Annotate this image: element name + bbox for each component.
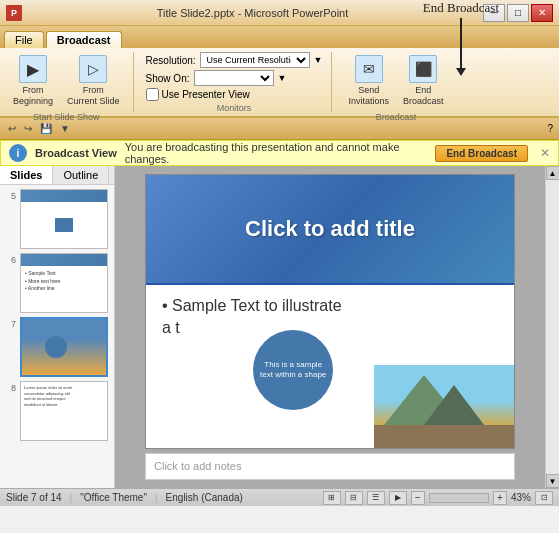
end-broadcast-ribbon-button[interactable]: ⬛ EndBroadcast xyxy=(398,52,449,110)
slide-bullet-cont: a t xyxy=(162,319,498,337)
from-beginning-icon: ▶ xyxy=(19,55,47,83)
zoom-out-button[interactable]: − xyxy=(411,491,425,505)
slide-thumbnail-5[interactable] xyxy=(20,189,108,249)
show-on-label: Show On: xyxy=(146,73,190,84)
show-on-dropdown-btn[interactable]: ▼ xyxy=(278,73,287,83)
ground xyxy=(374,425,514,449)
ribbon-group-broadcast-label: Broadcast xyxy=(376,112,417,122)
vertical-scrollbar[interactable]: ▲ ▼ xyxy=(545,166,559,488)
quick-access-dropdown[interactable]: ▼ xyxy=(58,122,72,135)
minimize-button[interactable]: ─ xyxy=(483,4,505,22)
slide-thumbnail-6[interactable]: • Sample Text• More text here• Another l… xyxy=(20,253,108,313)
slide-header: Click to add title xyxy=(146,175,514,285)
redo-button[interactable]: ↪ xyxy=(22,122,34,135)
ribbon-group-start-slide-show: ▶ FromBeginning ▷ FromCurrent Slide Star… xyxy=(8,52,134,112)
tab-bar: File Broadcast xyxy=(0,26,559,48)
tab-slides[interactable]: Slides xyxy=(0,166,53,184)
slide-title[interactable]: Click to add title xyxy=(245,216,415,242)
ribbon-group-monitors-label: Monitors xyxy=(217,103,252,113)
sidebar-tabs: Slides Outline ✕ xyxy=(0,166,114,185)
window-controls: ─ □ ✕ xyxy=(483,4,553,22)
maximize-button[interactable]: □ xyxy=(507,4,529,22)
status-bar: Slide 7 of 14 | "Office Theme" | English… xyxy=(0,488,559,506)
scroll-up-button[interactable]: ▲ xyxy=(546,166,560,180)
list-item: 6 • Sample Text• More text here• Another… xyxy=(4,253,110,313)
thumb-circle xyxy=(45,336,67,358)
slide-number: 5 xyxy=(4,189,16,201)
thumb-text: • Sample Text• More text here• Another l… xyxy=(25,270,103,293)
notes-area[interactable]: Click to add notes xyxy=(145,453,515,480)
broadcast-info-bar: i Broadcast View You are broadcasting th… xyxy=(0,140,559,166)
slide-thumbnails: 5 6 • Sample Text xyxy=(0,185,114,488)
slide-circle-text: This is a sample text within a shape xyxy=(253,356,333,385)
broadcast-message: You are broadcasting this presentation a… xyxy=(125,141,428,165)
slide-number: 7 xyxy=(4,317,16,329)
slide-panel: Slides Outline ✕ 5 6 xyxy=(0,166,115,488)
list-item: 5 xyxy=(4,189,110,249)
slideshow-view-button[interactable]: ▶ xyxy=(389,491,407,505)
language-info: English (Canada) xyxy=(166,492,243,503)
slide-editor: Click to add title • Sample Text to illu… xyxy=(115,166,545,488)
ribbon-group-broadcast: ✉ SendInvitations ⬛ EndBroadcast Broadca… xyxy=(344,52,457,112)
presenter-view-checkbox[interactable] xyxy=(146,88,159,101)
tab-outline[interactable]: Outline xyxy=(53,166,109,184)
resolution-dropdown-btn[interactable]: ▼ xyxy=(314,55,323,65)
send-invitations-icon: ✉ xyxy=(355,55,383,83)
slide-body: • Sample Text to illustrate a t This is … xyxy=(146,285,514,449)
status-right: ⊞ ⊟ ☰ ▶ − + 43% ⊡ xyxy=(323,491,553,505)
ribbon-group-start-label: Start Slide Show xyxy=(33,112,100,122)
thumb-element xyxy=(55,218,73,232)
slide-thumbnail-7[interactable] xyxy=(20,317,108,377)
send-invitations-button[interactable]: ✉ SendInvitations xyxy=(344,52,395,110)
slide-image xyxy=(374,365,514,449)
list-item: 7 xyxy=(4,317,110,377)
undo-button[interactable]: ↩ xyxy=(6,122,18,135)
thumb-header xyxy=(21,190,107,202)
slide-sorter-button[interactable]: ⊟ xyxy=(345,491,363,505)
from-beginning-button[interactable]: ▶ FromBeginning xyxy=(8,52,58,110)
tab-broadcast[interactable]: Broadcast xyxy=(46,31,122,48)
slide-info: Slide 7 of 14 xyxy=(6,492,62,503)
slide-circle-shape[interactable]: This is a sample text within a shape xyxy=(253,330,333,410)
slide-thumbnail-8[interactable]: Lorem ipsum dolor sit ametconsectetur ad… xyxy=(20,381,108,441)
broadcast-bar-close[interactable]: ✕ xyxy=(540,146,550,160)
ribbon-group-monitors: Resolution: Use Current Resolution ▼ Sho… xyxy=(146,52,332,112)
end-broadcast-bar-button[interactable]: End Broadcast xyxy=(435,145,528,162)
save-quick-button[interactable]: 💾 xyxy=(38,122,54,135)
app-icon: P xyxy=(6,5,22,21)
list-item: 8 Lorem ipsum dolor sit ametconsectetur … xyxy=(4,381,110,441)
normal-view-button[interactable]: ⊞ xyxy=(323,491,341,505)
resolution-select[interactable]: Use Current Resolution xyxy=(200,52,310,68)
notes-placeholder: Click to add notes xyxy=(154,460,241,472)
zoom-in-button[interactable]: + xyxy=(493,491,507,505)
from-current-slide-button[interactable]: ▷ FromCurrent Slide xyxy=(62,52,125,110)
broadcast-info-icon: i xyxy=(9,144,27,162)
broadcast-view-label: Broadcast View xyxy=(35,147,117,159)
ribbon: ▶ FromBeginning ▷ FromCurrent Slide Star… xyxy=(0,48,559,118)
tab-file[interactable]: File xyxy=(4,31,44,48)
from-current-slide-icon: ▷ xyxy=(79,55,107,83)
close-button[interactable]: ✕ xyxy=(531,4,553,22)
zoom-level: 43% xyxy=(511,492,531,503)
mountain-2 xyxy=(424,385,484,425)
slide-number: 8 xyxy=(4,381,16,393)
thumb-header xyxy=(21,254,107,266)
slide-number: 6 xyxy=(4,253,16,265)
presenter-view-label: Use Presenter View xyxy=(162,89,250,100)
main-area: Slides Outline ✕ 5 6 xyxy=(0,166,559,488)
slide-bullet: • Sample Text to illustrate xyxy=(162,297,498,315)
thumb-dense-text: Lorem ipsum dolor sit ametconsectetur ad… xyxy=(24,385,104,407)
slide-canvas: Click to add title • Sample Text to illu… xyxy=(145,174,515,449)
end-broadcast-icon: ⬛ xyxy=(409,55,437,83)
scroll-track[interactable] xyxy=(546,180,559,474)
title-bar: P Title Slide2.pptx - Microsoft PowerPoi… xyxy=(0,0,559,26)
resolution-label: Resolution: xyxy=(146,55,196,66)
help-icon[interactable]: ? xyxy=(547,123,553,134)
show-on-select[interactable] xyxy=(194,70,274,86)
fit-window-button[interactable]: ⊡ xyxy=(535,491,553,505)
zoom-slider[interactable] xyxy=(429,493,489,503)
scroll-down-button[interactable]: ▼ xyxy=(546,474,560,488)
window-title: Title Slide2.pptx - Microsoft PowerPoint xyxy=(22,7,483,19)
reading-view-button[interactable]: ☰ xyxy=(367,491,385,505)
theme-info: "Office Theme" xyxy=(80,492,147,503)
